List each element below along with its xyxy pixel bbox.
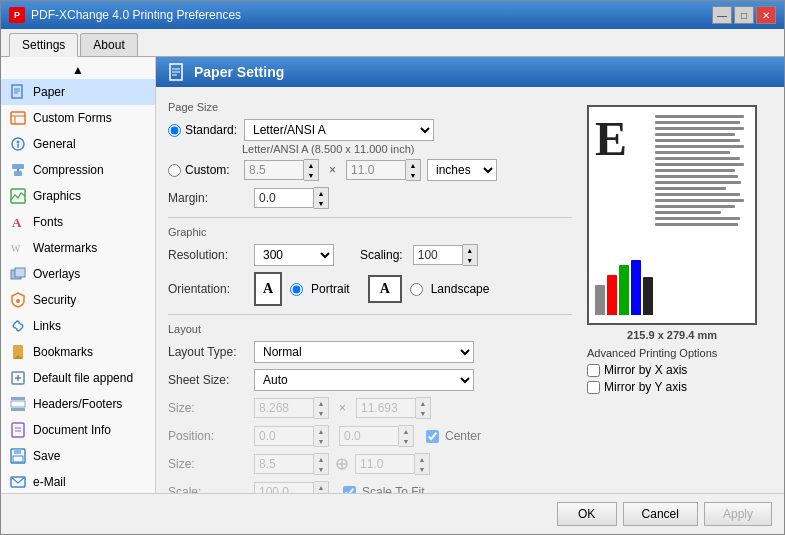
sidebar-label-doc-info: Document Info: [33, 423, 111, 437]
save-icon: [9, 447, 27, 465]
size2-h-down: ▼: [415, 464, 429, 474]
sidebar-item-watermarks[interactable]: W Watermarks: [1, 235, 155, 261]
svg-rect-27: [12, 423, 24, 437]
adv-title: Advanced Printing Options: [587, 347, 757, 359]
svg-rect-31: [14, 449, 21, 454]
size-w-up: ▲: [314, 398, 328, 408]
sidebar: ▲ Paper Custom Forms General: [1, 57, 156, 493]
sidebar-item-compression[interactable]: Compression: [1, 157, 155, 183]
app-icon: P: [9, 7, 25, 23]
scaling-spinner: 100 ▲ ▼: [413, 244, 478, 266]
custom-height-input[interactable]: 11.0: [346, 160, 406, 180]
resolution-select[interactable]: 300: [254, 244, 334, 266]
sheet-size-label: Sheet Size:: [168, 373, 248, 387]
panel-title: Paper Setting: [194, 64, 284, 80]
orientation-row: Orientation: A Portrait A: [168, 272, 572, 306]
custom-height-down[interactable]: ▼: [406, 170, 420, 180]
mirror-y-option: Mirror by Y axis: [587, 380, 757, 394]
margin-label: Margin:: [168, 191, 248, 205]
preview-size-text: 215.9 x 279.4 mm: [627, 329, 717, 341]
cancel-button[interactable]: Cancel: [623, 502, 698, 526]
sidebar-scroll-up[interactable]: ▲: [1, 61, 155, 79]
sidebar-item-graphics[interactable]: Graphics: [1, 183, 155, 209]
sidebar-label-watermarks: Watermarks: [33, 241, 97, 255]
sidebar-item-fonts[interactable]: A Fonts: [1, 209, 155, 235]
custom-width-up[interactable]: ▲: [304, 160, 318, 170]
layout-type-select[interactable]: Normal: [254, 341, 474, 363]
standard-radio[interactable]: [168, 124, 181, 137]
portrait-button[interactable]: A: [254, 272, 282, 306]
page-size-info: Letter/ANSI A (8.500 x 11.000 inch): [242, 143, 414, 155]
size2-h-up: ▲: [415, 454, 429, 464]
custom-height-up[interactable]: ▲: [406, 160, 420, 170]
landscape-label: Landscape: [431, 282, 490, 296]
sidebar-item-links[interactable]: Links: [1, 313, 155, 339]
portrait-radio[interactable]: [290, 283, 303, 296]
mirror-x-checkbox[interactable]: [587, 364, 600, 377]
preview-letter-e: E: [595, 115, 643, 163]
custom-height-spinner: 11.0 ▲ ▼: [346, 159, 421, 181]
sidebar-label-graphics: Graphics: [33, 189, 81, 203]
portrait-label: Portrait: [311, 282, 350, 296]
fonts-icon: A: [9, 213, 27, 231]
tab-settings[interactable]: Settings: [9, 33, 78, 57]
maximize-button[interactable]: □: [734, 6, 754, 24]
custom-radio[interactable]: [168, 164, 181, 177]
sidebar-item-overlays[interactable]: Overlays: [1, 261, 155, 287]
pos-x-input: [254, 426, 314, 446]
size2-row: Size: ▲ ▼: [168, 453, 572, 475]
mirror-y-label: Mirror by Y axis: [604, 380, 687, 394]
margin-input[interactable]: 0.0: [254, 188, 314, 208]
scale-down: ▼: [314, 492, 328, 493]
margin-row: Margin: 0.0 ▲ ▼: [168, 187, 572, 209]
sidebar-label-default-file: Default file append: [33, 371, 133, 385]
sidebar-item-save[interactable]: Save: [1, 443, 155, 469]
minimize-button[interactable]: —: [712, 6, 732, 24]
tab-about[interactable]: About: [80, 33, 137, 56]
sidebar-label-custom-forms: Custom Forms: [33, 111, 112, 125]
general-icon: [9, 135, 27, 153]
sidebar-item-doc-info[interactable]: Document Info: [1, 417, 155, 443]
portrait-icon: A: [254, 272, 282, 306]
apply-button[interactable]: Apply: [704, 502, 772, 526]
scale-to-fit-checkbox[interactable]: [343, 486, 356, 494]
svg-point-8: [17, 141, 20, 144]
custom-label: Custom:: [185, 163, 230, 177]
scaling-up[interactable]: ▲: [463, 245, 477, 255]
sheet-size-select[interactable]: Auto: [254, 369, 474, 391]
sidebar-label-fonts: Fonts: [33, 215, 63, 229]
pos-y-up: ▲: [399, 426, 413, 436]
landscape-radio[interactable]: [410, 283, 423, 296]
scaling-input[interactable]: 100: [413, 245, 463, 265]
sidebar-item-security[interactable]: Security: [1, 287, 155, 313]
layout-type-row: Layout Type: Normal: [168, 341, 572, 363]
mirror-y-checkbox[interactable]: [587, 381, 600, 394]
svg-rect-32: [13, 456, 23, 462]
sidebar-item-custom-forms[interactable]: Custom Forms: [1, 105, 155, 131]
close-button[interactable]: ✕: [756, 6, 776, 24]
svg-rect-24: [11, 397, 25, 400]
sidebar-item-email[interactable]: e-Mail: [1, 469, 155, 493]
ok-button[interactable]: OK: [557, 502, 617, 526]
margin-up[interactable]: ▲: [314, 188, 328, 198]
scaling-down[interactable]: ▼: [463, 255, 477, 265]
sidebar-item-general[interactable]: General: [1, 131, 155, 157]
watermarks-icon: W: [9, 239, 27, 257]
sidebar-item-paper[interactable]: Paper: [1, 79, 155, 105]
sheet-size-row: Sheet Size: Auto: [168, 369, 572, 391]
window-controls: — □ ✕: [712, 6, 776, 24]
custom-width-spinner: 8.5 ▲ ▼: [244, 159, 319, 181]
margin-down[interactable]: ▼: [314, 198, 328, 208]
size-w-spinner: 8.268 ▲ ▼: [254, 397, 329, 419]
scale-up: ▲: [314, 482, 328, 492]
custom-width-down[interactable]: ▼: [304, 170, 318, 180]
sidebar-item-default-file[interactable]: Default file append: [1, 365, 155, 391]
landscape-button[interactable]: A: [368, 275, 402, 303]
sidebar-item-headers-footers[interactable]: Headers/Footers: [1, 391, 155, 417]
svg-point-18: [16, 299, 20, 303]
page-size-section-label: Page Size: [168, 101, 572, 113]
unit-select[interactable]: inches: [427, 159, 497, 181]
standard-select[interactable]: Letter/ANSI A: [244, 119, 434, 141]
custom-width-input[interactable]: 8.5: [244, 160, 304, 180]
sidebar-item-bookmarks[interactable]: Bookmarks: [1, 339, 155, 365]
